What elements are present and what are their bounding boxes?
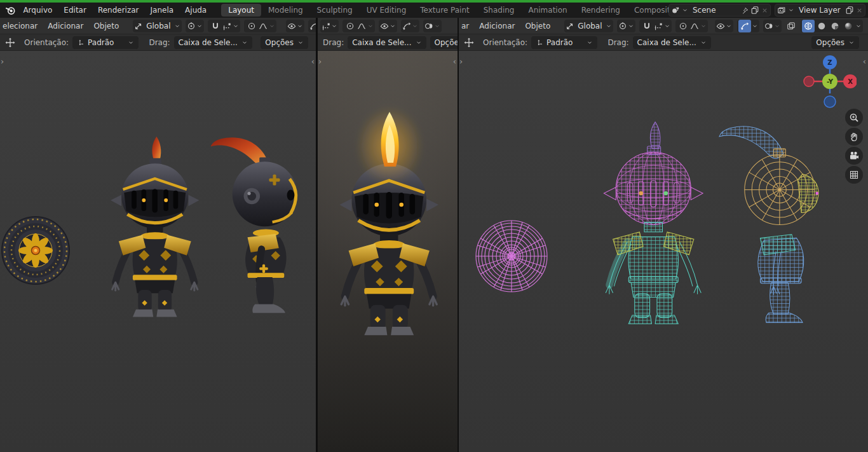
- tab-animation[interactable]: Animation: [521, 4, 574, 17]
- drag-select[interactable]: Caixa de Sele...: [348, 36, 426, 49]
- gizmo-dropdown[interactable]: [401, 20, 419, 32]
- pan-button[interactable]: [845, 128, 863, 146]
- gizmo-dropdown[interactable]: [308, 20, 316, 32]
- chevron-down-icon[interactable]: [855, 23, 862, 29]
- menu-selecionar-clipped[interactable]: ar: [460, 22, 474, 31]
- menu-adicionar[interactable]: Adicionar: [474, 22, 520, 31]
- overlays-icon: [764, 22, 773, 31]
- options-button[interactable]: Opções: [811, 36, 859, 49]
- orientation-select-value: Padrão: [546, 38, 573, 47]
- proportional-edit-button[interactable]: [344, 20, 356, 32]
- axis-neg-z-ball[interactable]: [824, 96, 836, 107]
- pin-icon[interactable]: [742, 7, 749, 14]
- shading-solid-button[interactable]: [815, 20, 828, 32]
- menu-janela[interactable]: Janela: [145, 6, 180, 15]
- eye-icon: [380, 22, 389, 31]
- overlays-dropdown[interactable]: [423, 20, 442, 32]
- move-tool-icon[interactable]: [464, 38, 474, 48]
- drag-select-value: Caixa de Sele...: [352, 38, 411, 47]
- snap-to-dropdown[interactable]: [222, 20, 239, 32]
- tab-texture-paint[interactable]: Texture Paint: [413, 4, 476, 17]
- close-icon[interactable]: [856, 7, 863, 14]
- scene-selector[interactable]: Scene: [668, 4, 771, 17]
- falloff-dropdown[interactable]: [357, 20, 374, 32]
- drag-select[interactable]: Caixa de Sele...: [633, 36, 711, 49]
- snapping-group: [208, 20, 240, 32]
- proportional-edit-group: [675, 20, 708, 32]
- xray-toggle-button[interactable]: [785, 20, 797, 32]
- menu-editar[interactable]: Editar: [58, 6, 92, 15]
- orientation-select[interactable]: Padrão: [72, 36, 139, 49]
- shading-material-button[interactable]: [829, 20, 841, 32]
- cursor-orientation-icon: [77, 39, 84, 46]
- proportional-edit-button[interactable]: [245, 20, 258, 32]
- visibility-dropdown[interactable]: [286, 20, 304, 32]
- chevron-down-icon: [367, 23, 374, 29]
- tab-sculpting[interactable]: Sculpting: [310, 4, 360, 17]
- orientation-select[interactable]: Padrão: [531, 36, 597, 49]
- menu-objeto[interactable]: Objeto: [520, 22, 555, 31]
- scene-icon: [671, 6, 680, 15]
- snap-to-dropdown[interactable]: [654, 20, 670, 32]
- tab-layout[interactable]: Layout: [221, 4, 261, 17]
- menu-objeto[interactable]: Objeto: [88, 22, 124, 31]
- region-expand-arrow[interactable]: ›: [318, 57, 322, 65]
- shading-rendered-button[interactable]: [842, 20, 855, 32]
- region-expand-arrow[interactable]: ›: [459, 57, 463, 65]
- proportional-edit-button[interactable]: [677, 20, 689, 32]
- shield-object[interactable]: [2, 217, 69, 284]
- view-layer-selector[interactable]: View Layer: [775, 4, 865, 17]
- region-collapse-arrow[interactable]: ‹: [453, 57, 456, 65]
- viewport-left-canvas[interactable]: › ‹: [0, 51, 316, 452]
- gizmo-toggle-button[interactable]: [738, 20, 751, 32]
- region-expand-arrow[interactable]: ›: [1, 57, 4, 65]
- viewport-right: ar Adicionar Objeto Global: [459, 18, 868, 452]
- pivot-point-dropdown[interactable]: [617, 20, 635, 32]
- snap-to-dropdown[interactable]: [320, 20, 339, 32]
- close-icon[interactable]: [761, 7, 768, 14]
- move-tool-icon[interactable]: [5, 38, 15, 48]
- axis-neg-x-ball[interactable]: [804, 76, 814, 86]
- tab-compositing[interactable]: Compositing: [627, 4, 668, 17]
- viewport-middle-canvas[interactable]: › ‹: [318, 51, 458, 452]
- region-collapse-arrow[interactable]: ‹: [311, 57, 315, 65]
- navigation-gizmo[interactable]: Z X -Y: [803, 53, 857, 114]
- region-collapse-arrow[interactable]: ‹: [863, 57, 866, 65]
- top-selectors: Scene View Layer: [668, 4, 865, 17]
- chevron-down-icon: [700, 39, 707, 46]
- tab-modeling[interactable]: Modeling: [261, 4, 310, 17]
- new-layer-icon[interactable]: [845, 6, 854, 15]
- tab-uv-editing[interactable]: UV Editing: [360, 4, 414, 17]
- transform-orientation-dropdown[interactable]: Global: [564, 20, 613, 32]
- pivot-point-dropdown[interactable]: [186, 20, 204, 32]
- new-scene-icon[interactable]: [750, 6, 759, 15]
- axis-x-label: X: [848, 78, 853, 85]
- snap-toggle-button[interactable]: [209, 20, 222, 32]
- overlays-dropdown[interactable]: [763, 20, 782, 32]
- camera-view-button[interactable]: [845, 147, 863, 165]
- blender-logo-icon[interactable]: [3, 4, 17, 17]
- drag-select[interactable]: Caixa de Sele...: [174, 36, 252, 49]
- workspace-tabs: Layout Modeling Sculpting UV Editing Tex…: [221, 3, 668, 18]
- menu-ajuda[interactable]: Ajuda: [179, 6, 212, 15]
- viewport-left-toolbar: Orientação: Padrão Drag: Caixa de Sele..…: [0, 34, 316, 51]
- chevron-down-icon[interactable]: [752, 23, 758, 29]
- falloff-dropdown[interactable]: [259, 20, 275, 32]
- menu-selecionar-clipped[interactable]: elecionar: [1, 22, 43, 31]
- visibility-dropdown[interactable]: [715, 20, 733, 32]
- snap-toggle-button[interactable]: [641, 20, 653, 32]
- options-button[interactable]: Opções: [261, 36, 308, 49]
- viewport-right-canvas[interactable]: › ‹: [459, 51, 868, 452]
- transform-orientation-dropdown[interactable]: Global: [133, 20, 181, 32]
- tab-shading[interactable]: Shading: [477, 4, 522, 17]
- zoom-button[interactable]: [845, 109, 863, 127]
- falloff-dropdown[interactable]: [690, 20, 707, 32]
- options-button[interactable]: Opções: [430, 36, 458, 49]
- orthographic-toggle-button[interactable]: [845, 166, 863, 184]
- menu-adicionar[interactable]: Adicionar: [43, 22, 88, 31]
- menu-arquivo[interactable]: Arquivo: [17, 6, 58, 15]
- menu-renderizar[interactable]: Renderizar: [92, 6, 145, 15]
- shading-wireframe-button[interactable]: [802, 20, 815, 32]
- tab-rendering[interactable]: Rendering: [574, 4, 627, 17]
- visibility-dropdown[interactable]: [379, 20, 397, 32]
